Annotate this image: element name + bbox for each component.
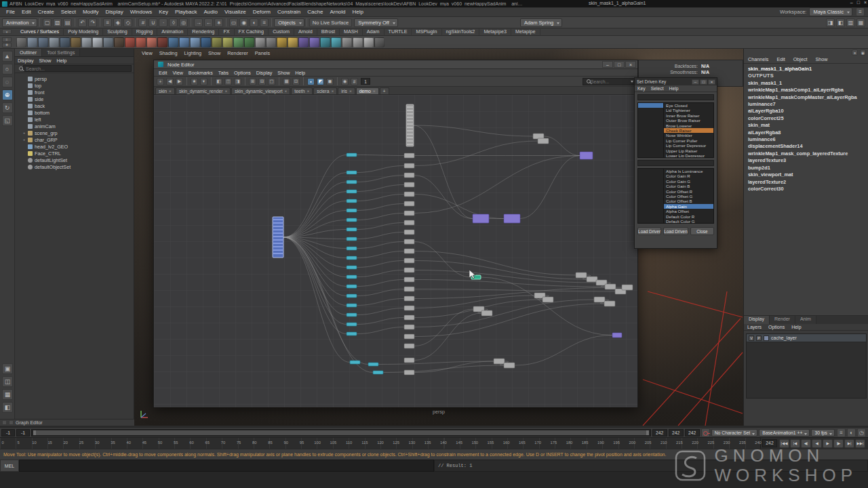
graph-node-gray[interactable]: [404, 258, 414, 263]
menu-cache[interactable]: Cache: [304, 9, 326, 15]
playback-options-icon[interactable]: ≡: [837, 428, 846, 437]
node-editor-menu-display[interactable]: Display: [254, 70, 275, 76]
driven-attribute-default-color-g[interactable]: Default Color G: [664, 219, 713, 224]
node-editor-tab-skin[interactable]: skin×: [155, 87, 175, 94]
node-editor-menu-show[interactable]: Show: [275, 70, 292, 76]
step-back-key-button[interactable]: |◀: [790, 439, 800, 448]
graph-node-cyan[interactable]: [347, 228, 357, 231]
add-to-graph-icon[interactable]: ⊞: [249, 78, 256, 85]
select-object-icon[interactable]: ◈: [113, 18, 122, 27]
graph-node-gray[interactable]: [542, 297, 553, 302]
shelf-tab-ngskintools2[interactable]: ngSkinTools2: [442, 28, 480, 35]
menu-visualize[interactable]: Visualize: [221, 9, 250, 15]
window-minimize-button[interactable]: –: [602, 61, 613, 68]
node-search-input[interactable]: [591, 79, 629, 84]
graph-node-purple[interactable]: [473, 214, 489, 223]
auto-keyframe-toggle[interactable]: [701, 428, 710, 437]
channel-output-node[interactable]: colorCorrect30: [748, 186, 868, 192]
command-input[interactable]: [19, 460, 434, 472]
graph-node-cyan[interactable]: [347, 313, 357, 317]
graph-node-gray[interactable]: [404, 334, 414, 339]
node-graph-canvas[interactable]: [154, 95, 637, 407]
menu-select[interactable]: Select: [58, 9, 79, 15]
sdk-menu-help[interactable]: Help: [667, 86, 682, 91]
render-view-icon[interactable]: ▭: [229, 18, 238, 27]
workspace-options-icon[interactable]: ≡: [856, 7, 865, 16]
shelf-tab-custom[interactable]: Custom: [269, 28, 294, 35]
graph-node-gray[interactable]: [404, 277, 414, 282]
outliner-item-defaultlightset[interactable]: defaultLightSet: [15, 157, 134, 163]
shelf-tab-bifrost[interactable]: Bifrost: [317, 28, 340, 35]
outliner-menu-display[interactable]: Display: [15, 58, 37, 64]
graph-node-gray[interactable]: [404, 249, 414, 253]
shelf-menu-icon[interactable]: ▾: [2, 29, 12, 34]
shelf-tab-msplugin[interactable]: MSPlugIn: [412, 28, 441, 35]
shelf-tool-6[interactable]: [71, 37, 81, 47]
graph-node-cyan[interactable]: [347, 209, 357, 212]
attribute-editor-toggle-icon[interactable]: ◨: [826, 18, 835, 27]
tool-settings-toggle-icon[interactable]: ◧: [836, 18, 845, 27]
grid-snap-icon[interactable]: #: [351, 78, 358, 85]
frame-all-icon[interactable]: ⊡: [292, 78, 300, 85]
driver-attribute-lip-corner-puller[interactable]: Lip Corner Puller: [664, 138, 713, 143]
new-tab-button[interactable]: +: [380, 87, 389, 94]
menu-file[interactable]: File: [3, 9, 18, 15]
driver-attribute-inner-brow-raiser[interactable]: Inner Brow Raiser: [664, 113, 713, 118]
driver-object-column[interactable]: [638, 103, 664, 157]
node-editor-tab-skin-dynamic-render[interactable]: skin_dynamic_render×: [176, 87, 231, 94]
rotate-tool[interactable]: ↻: [2, 102, 13, 113]
graph-node-gray[interactable]: [622, 285, 633, 290]
layer-menu-options[interactable]: Options: [765, 325, 788, 329]
graph-node-gray[interactable]: [481, 310, 492, 316]
graph-node-gray[interactable]: [404, 192, 414, 197]
scene-open-icon[interactable]: ▧: [53, 18, 62, 27]
nav-forward-icon[interactable]: ▶: [176, 78, 183, 85]
graph-node-purple[interactable]: [580, 152, 593, 159]
graph-node-gray[interactable]: [576, 272, 587, 278]
command-language-toggle[interactable]: MEL: [0, 460, 19, 472]
shelf-tool-17[interactable]: [190, 37, 200, 47]
shelf-tool-20[interactable]: [222, 37, 233, 47]
sdk-load-driver-button[interactable]: Load Driver: [637, 227, 661, 235]
channel-output-node[interactable]: colorCorrect25: [748, 115, 868, 122]
shelf-tool-3[interactable]: [38, 37, 48, 47]
graph-node-cyan[interactable]: [368, 363, 378, 366]
select-tool[interactable]: ▲: [2, 51, 13, 62]
output-connections-icon[interactable]: ◨: [234, 78, 241, 85]
shelf-tool-25[interactable]: [277, 37, 287, 47]
sdk-load-driven-button[interactable]: Load Driven: [663, 227, 688, 235]
graph-node-gray[interactable]: [404, 211, 414, 216]
shelf-editor-icon[interactable]: ≡: [2, 37, 12, 42]
fps-selector[interactable]: 30 fps: [811, 429, 835, 436]
shelf-tool-23[interactable]: [255, 37, 265, 47]
graph-editor-label[interactable]: Graph Editor: [16, 420, 43, 425]
menu-windows[interactable]: Windows: [127, 9, 155, 15]
driven-attribute-color-offset-b[interactable]: Color Offset B: [664, 199, 713, 203]
node-editor-menu-bookmarks[interactable]: Bookmarks: [186, 70, 216, 76]
shelf-tool-13[interactable]: [146, 37, 157, 47]
shelf-tool-18[interactable]: [201, 37, 211, 47]
driven-field[interactable]: [637, 160, 714, 166]
shelf-tab-poly-modeling[interactable]: Poly Modeling: [64, 28, 103, 35]
graph-node-gray[interactable]: [605, 284, 616, 289]
pin-channel-box-icon[interactable]: ◉: [860, 49, 866, 56]
graph-node-cyan[interactable]: [347, 153, 357, 157]
node-editor-menu-edit[interactable]: Edit: [156, 70, 170, 76]
node-editor-tab-skin-dynamic-viewport[interactable]: skin_dynamic_viewport×: [231, 87, 290, 94]
node-editor-tab-demo[interactable]: demo×: [356, 87, 379, 94]
outliner-item-scene-grp[interactable]: +scene_grp: [15, 129, 134, 136]
tab-tool-settings[interactable]: Tool Settings: [42, 49, 80, 56]
node-editor-tab-teeth[interactable]: teeth×: [291, 87, 313, 94]
driver-attribute-nose-wrinkler[interactable]: Nose Wrinkler: [664, 133, 713, 138]
driven-attribute-color-gain-b[interactable]: Color Gain B: [664, 184, 713, 188]
tab-close-icon[interactable]: ×: [225, 89, 228, 94]
ipr-render-icon[interactable]: ◐: [250, 18, 258, 27]
construction-history-icon[interactable]: ∗: [214, 18, 223, 27]
outliner-item-face-ctrl[interactable]: Face_CTRL: [15, 150, 134, 157]
menu-arnold[interactable]: Arnold: [326, 9, 349, 15]
bookmark-options-icon[interactable]: ▾: [200, 78, 208, 85]
shelf-tab-metapipe[interactable]: Metapipe: [511, 28, 540, 35]
driven-attribute-color-offset-r[interactable]: Color Offset R: [664, 189, 713, 194]
shelf-tool-1[interactable]: [16, 37, 26, 47]
shelf-tool-29[interactable]: [320, 37, 330, 47]
